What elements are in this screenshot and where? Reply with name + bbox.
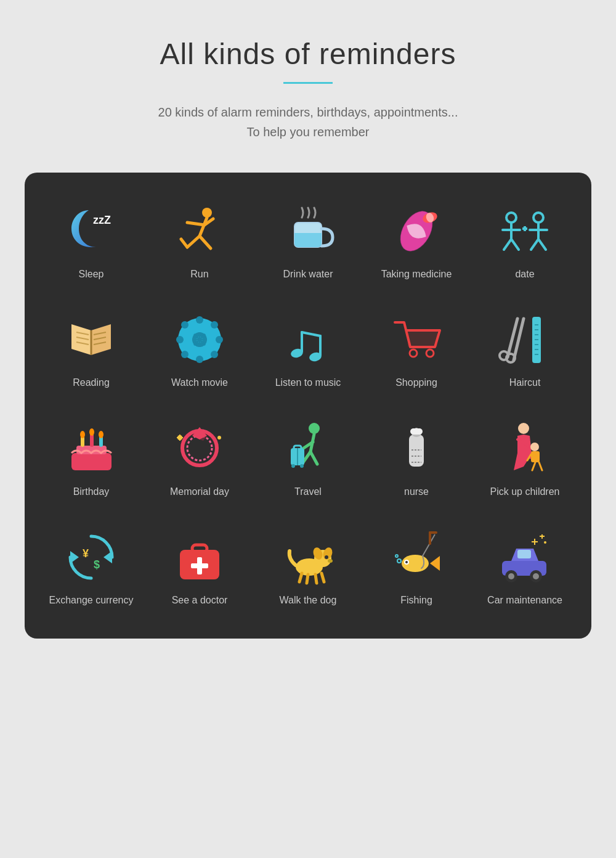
grid-item-shopping[interactable]: Shopping xyxy=(362,300,471,402)
grid-item-birthday[interactable]: Birthday xyxy=(37,409,145,511)
grid-item-car-maintenance[interactable]: Car maintenance xyxy=(471,517,579,619)
drink-water-label: Drink water xyxy=(283,268,333,281)
travel-label: Travel xyxy=(294,485,322,499)
drink-water-icon xyxy=(280,203,336,259)
svg-text:zzZ: zzZ xyxy=(93,214,111,226)
grid-item-listen-music[interactable]: Listen to music xyxy=(254,300,362,402)
svg-point-44 xyxy=(181,351,188,358)
svg-point-38 xyxy=(196,356,203,363)
grid-item-haircut[interactable]: Haircut xyxy=(471,300,579,402)
grid-item-fishing[interactable]: Fishing xyxy=(362,517,471,619)
svg-rect-101 xyxy=(410,428,423,435)
grid-item-taking-medicine[interactable]: Taking medicine xyxy=(362,191,471,293)
svg-line-3 xyxy=(187,223,205,225)
svg-text:$: $ xyxy=(94,558,100,571)
svg-point-43 xyxy=(211,321,218,329)
svg-line-19 xyxy=(511,239,519,250)
grid-item-sleep[interactable]: zzZ Sleep xyxy=(37,191,145,293)
grid-item-exchange-currency[interactable]: ¥ $ Exchange currency xyxy=(37,517,145,619)
svg-point-40 xyxy=(216,336,223,343)
svg-point-56 xyxy=(426,349,434,357)
see-a-doctor-icon xyxy=(172,529,227,585)
shopping-label: Shopping xyxy=(395,376,437,390)
nurse-label: nurse xyxy=(404,485,429,499)
walk-the-dog-label: Walk the dog xyxy=(280,594,337,607)
grid-item-travel[interactable]: Travel xyxy=(254,409,362,511)
svg-line-126 xyxy=(322,573,324,582)
memorial-day-icon xyxy=(172,421,227,476)
subtitle: 20 kinds of alarm reminders, birthdays, … xyxy=(158,102,458,142)
svg-line-124 xyxy=(307,574,308,583)
svg-line-107 xyxy=(532,462,535,470)
svg-line-6 xyxy=(200,236,211,248)
svg-line-108 xyxy=(539,462,542,470)
taking-medicine-label: Taking medicine xyxy=(381,268,452,281)
birthday-icon xyxy=(63,421,119,476)
grid-item-drink-water[interactable]: Drink water xyxy=(254,191,362,293)
grid-item-run[interactable]: Run xyxy=(145,191,254,293)
memorial-day-label: Memorial day xyxy=(170,485,229,499)
page-title: All kinds of reminders xyxy=(160,37,456,71)
svg-rect-9 xyxy=(294,233,322,247)
taking-medicine-icon xyxy=(389,203,444,259)
svg-line-125 xyxy=(315,574,317,583)
title-underline xyxy=(283,82,333,84)
svg-rect-116 xyxy=(191,563,208,568)
svg-line-2 xyxy=(200,218,207,236)
svg-point-93 xyxy=(291,464,295,468)
svg-point-94 xyxy=(300,464,304,468)
svg-line-5 xyxy=(187,236,200,247)
grid-item-see-a-doctor[interactable]: See a doctor xyxy=(145,517,254,619)
grid-item-watch-movie[interactable]: Watch movie xyxy=(145,300,254,402)
svg-marker-128 xyxy=(430,556,440,571)
svg-rect-69 xyxy=(71,453,111,470)
svg-text:¥: ¥ xyxy=(83,547,89,560)
svg-line-89 xyxy=(310,452,317,464)
svg-point-39 xyxy=(176,336,184,343)
watch-movie-label: Watch movie xyxy=(171,376,228,390)
date-icon xyxy=(497,203,553,259)
walk-the-dog-icon xyxy=(280,529,336,585)
grid-item-nurse[interactable]: nurse xyxy=(362,409,471,511)
travel-icon xyxy=(280,421,336,476)
svg-line-26 xyxy=(538,239,546,250)
reminders-grid: zzZ Sleep xyxy=(37,191,579,620)
shopping-icon xyxy=(389,312,444,367)
grid-item-walk-the-dog[interactable]: Walk the dog xyxy=(254,517,362,619)
svg-point-15 xyxy=(506,213,516,223)
car-maintenance-label: Car maintenance xyxy=(487,594,562,607)
grid-item-pick-up-children[interactable]: Pick up children xyxy=(471,409,579,511)
svg-marker-109 xyxy=(103,551,112,563)
exchange-currency-icon: ¥ $ xyxy=(63,529,119,585)
svg-point-22 xyxy=(533,213,543,223)
svg-rect-105 xyxy=(531,451,540,462)
grid-item-reading[interactable]: Reading xyxy=(37,300,145,402)
svg-point-130 xyxy=(405,561,408,563)
fishing-icon xyxy=(389,529,444,585)
car-maintenance-icon xyxy=(497,529,553,585)
see-a-doctor-label: See a doctor xyxy=(172,594,228,607)
birthday-label: Birthday xyxy=(73,485,110,499)
listen-music-icon xyxy=(280,312,336,367)
haircut-icon xyxy=(497,312,553,367)
grid-item-date[interactable]: date xyxy=(471,191,579,293)
svg-point-141 xyxy=(533,573,539,579)
exchange-currency-label: Exchange currency xyxy=(49,594,134,607)
svg-point-82 xyxy=(217,436,221,439)
svg-point-139 xyxy=(508,573,514,579)
sleep-label: Sleep xyxy=(79,268,104,281)
pick-up-children-icon xyxy=(497,421,553,476)
reading-label: Reading xyxy=(73,376,110,390)
nurse-icon xyxy=(389,421,444,476)
svg-point-135 xyxy=(395,555,398,557)
listen-music-label: Listen to music xyxy=(275,376,341,390)
svg-rect-114 xyxy=(192,545,207,552)
svg-point-121 xyxy=(325,555,328,559)
svg-marker-110 xyxy=(70,551,79,563)
svg-point-102 xyxy=(518,423,529,434)
sleep-icon: zzZ xyxy=(63,203,119,259)
grid-item-memorial-day[interactable]: Memorial day xyxy=(145,409,254,511)
svg-point-134 xyxy=(397,559,401,563)
pick-up-children-label: Pick up children xyxy=(490,485,560,499)
svg-point-85 xyxy=(309,423,320,434)
